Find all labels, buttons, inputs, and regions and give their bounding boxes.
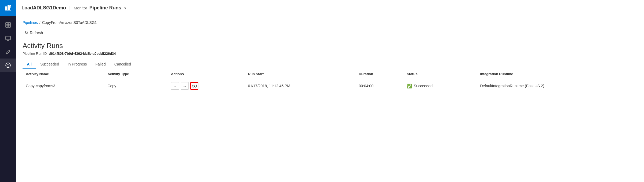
cell-actions: → → (168, 79, 245, 93)
col-activity-name: Activity Name (23, 69, 104, 79)
svg-rect-1 (8, 5, 10, 10)
page-content: Pipelines / CopyFromAmazonS3ToADLSG1 ↻ R… (16, 16, 644, 182)
cell-status: ✅ Succeeded (403, 79, 477, 93)
breadcrumb-current-pipeline: CopyFromAmazonS3ToADLSG1 (42, 20, 97, 25)
refresh-label: Refresh (30, 31, 43, 35)
sidebar-item-activity[interactable] (0, 59, 16, 72)
pipeline-run-id-line: Pipeline Run ID d614f808-7b9d-4362-bb8b-… (23, 52, 638, 56)
col-status: Status (403, 69, 477, 79)
success-status-icon: ✅ (407, 83, 412, 89)
svg-point-20 (195, 85, 197, 87)
breadcrumb-pipelines-link[interactable]: Pipelines (23, 20, 38, 25)
arrow-right-icon: → (173, 84, 177, 88)
tab-all[interactable]: All (23, 60, 36, 69)
cell-activity-name: Copy-copyfroms3 (23, 79, 104, 93)
main-content: LoadADLSG1Demo | Monitor Pipeline Runs ∨… (16, 0, 644, 182)
breadcrumb-separator: / (39, 20, 41, 25)
cell-run-start: 01/17/2018, 11:12:45 PM (245, 79, 356, 93)
pipeline-runs-chevron-icon[interactable]: ∨ (124, 6, 126, 10)
svg-rect-5 (6, 23, 8, 25)
topbar-pipeline-runs-label: Pipeline Runs (89, 5, 121, 11)
svg-rect-8 (8, 25, 10, 27)
svg-rect-2 (10, 5, 11, 6)
svg-rect-7 (6, 25, 8, 27)
pipeline-run-id-label: Pipeline Run ID (23, 52, 47, 56)
refresh-icon: ↻ (25, 30, 28, 35)
cell-integration-runtime: DefaultIntegrationRuntime (East US 2) (477, 79, 638, 93)
col-run-start: Run Start (245, 69, 356, 79)
page-title: Activity Runs (23, 42, 638, 50)
action-arrow-1-button[interactable]: → (171, 82, 179, 90)
action-view-button[interactable] (190, 82, 198, 90)
cell-duration: 00:04:00 (355, 79, 403, 93)
col-actions: Actions (168, 69, 245, 79)
table-row: Copy-copyfroms3 Copy → → (23, 79, 638, 93)
topbar-separator: | (69, 5, 71, 11)
breadcrumb: Pipelines / CopyFromAmazonS3ToADLSG1 (23, 20, 638, 25)
topbar-monitor-label: Monitor (74, 6, 87, 10)
sidebar-item-dashboard[interactable] (0, 18, 16, 32)
svg-rect-6 (8, 23, 10, 25)
refresh-button[interactable]: ↻ Refresh (23, 29, 45, 36)
tab-succeeded[interactable]: Succeeded (36, 60, 63, 69)
col-integration-runtime: Integration Runtime (477, 69, 638, 79)
sidebar-item-author[interactable] (0, 45, 16, 59)
svg-rect-3 (10, 6, 11, 8)
sidebar (0, 0, 16, 182)
activity-runs-table: Activity Name Activity Type Actions Run … (23, 69, 638, 93)
action-arrow-2-button[interactable]: → (181, 82, 189, 90)
pipeline-run-id-value: d614f808-7b9d-4362-bb8b-a0bddf226d34 (49, 52, 116, 56)
app-logo (0, 0, 16, 16)
sidebar-item-monitor[interactable] (0, 32, 16, 45)
tab-failed[interactable]: Failed (91, 60, 110, 69)
svg-rect-0 (5, 6, 7, 10)
topbar: LoadADLSG1Demo | Monitor Pipeline Runs ∨ (16, 0, 644, 16)
glasses-icon (192, 84, 197, 88)
status-label: Succeeded (414, 84, 432, 88)
col-duration: Duration (355, 69, 403, 79)
svg-rect-9 (6, 36, 10, 40)
svg-point-19 (192, 85, 194, 87)
workspace-name: LoadADLSG1Demo (21, 5, 66, 11)
activity-tabs: All Succeeded In Progress Failed Cancell… (23, 60, 638, 69)
arrow-right-2-icon: → (183, 84, 187, 88)
tab-in-progress[interactable]: In Progress (63, 60, 91, 69)
col-activity-type: Activity Type (104, 69, 168, 79)
cell-activity-type: Copy (104, 79, 168, 93)
tab-cancelled[interactable]: Cancelled (110, 60, 135, 69)
svg-point-14 (7, 64, 9, 66)
